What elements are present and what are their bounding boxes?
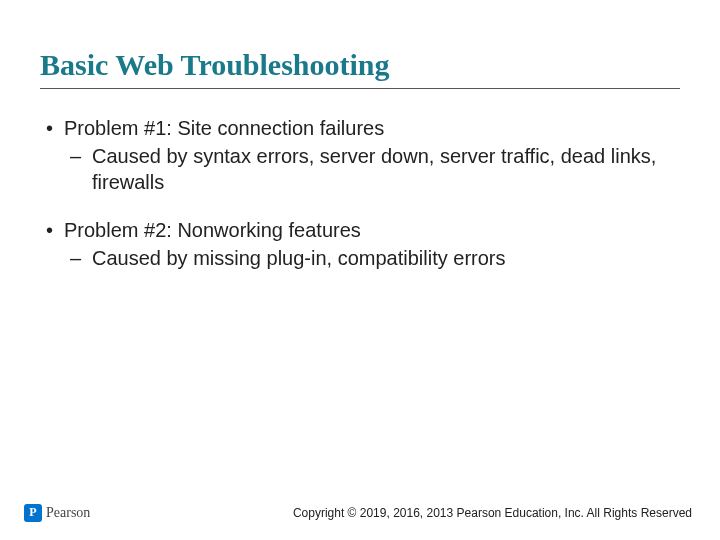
title-divider — [40, 88, 680, 89]
pearson-logo: Pearson — [24, 504, 90, 522]
bullet-item: Problem #2: Nonworking features Caused b… — [40, 217, 680, 271]
bullet-text: Problem #2: Nonworking features — [64, 219, 361, 241]
bullet-list: Problem #1: Site connection failures Cau… — [40, 115, 680, 271]
slide-footer: Pearson Copyright © 2019, 2016, 2013 Pea… — [0, 504, 720, 522]
sub-item: Caused by missing plug-in, compatibility… — [64, 245, 680, 271]
copyright-text: Copyright © 2019, 2016, 2013 Pearson Edu… — [293, 506, 692, 520]
bullet-item: Problem #1: Site connection failures Cau… — [40, 115, 680, 195]
bullet-text: Problem #1: Site connection failures — [64, 117, 384, 139]
sub-list: Caused by missing plug-in, compatibility… — [64, 245, 680, 271]
pearson-logo-text: Pearson — [46, 505, 90, 521]
slide-title: Basic Web Troubleshooting — [40, 48, 680, 82]
sub-list: Caused by syntax errors, server down, se… — [64, 143, 680, 195]
sub-item: Caused by syntax errors, server down, se… — [64, 143, 680, 195]
slide: Basic Web Troubleshooting Problem #1: Si… — [0, 0, 720, 540]
pearson-logo-icon — [24, 504, 42, 522]
